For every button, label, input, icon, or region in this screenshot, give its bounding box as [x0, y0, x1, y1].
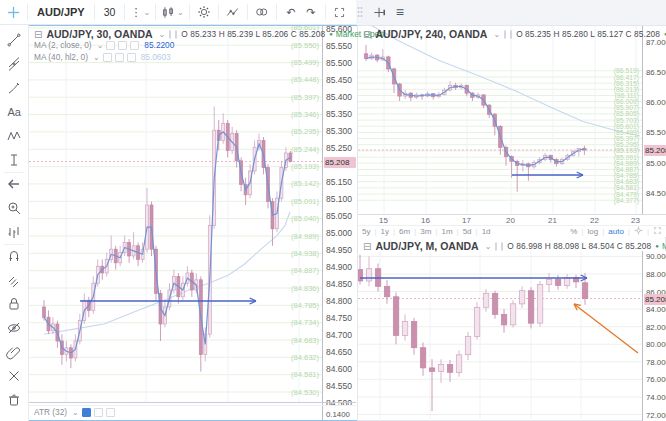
- redo-icon[interactable]: ↷: [302, 2, 320, 22]
- last-price-badge: 85.208: [644, 145, 666, 156]
- chart-panel-30m[interactable]: (85.601)(85.550)(85.499)(85.448)(85.397)…: [28, 25, 357, 421]
- remove-cross-icon[interactable]: [5, 367, 23, 385]
- interval-button[interactable]: 30: [100, 6, 120, 18]
- svg-text:(84.377): (84.377): [614, 197, 639, 205]
- bar-pattern-icon[interactable]: [5, 223, 23, 241]
- scale-mode-percent[interactable]: %: [566, 227, 581, 236]
- study-button[interactable]: [115, 53, 124, 62]
- scale-mode-auto[interactable]: auto: [604, 227, 628, 236]
- study-button[interactable]: [118, 41, 127, 50]
- study-button[interactable]: [103, 53, 112, 62]
- price-pane-30m[interactable]: (85.601)(85.550)(85.499)(85.448)(85.397)…: [29, 26, 322, 403]
- svg-text:(84.530): (84.530): [291, 388, 319, 397]
- text-icon[interactable]: Aa: [5, 103, 23, 121]
- range-button-5d[interactable]: 5d: [459, 227, 476, 236]
- paperclip-icon[interactable]: [5, 343, 23, 361]
- compare-icon[interactable]: [253, 2, 271, 22]
- collapse-icon[interactable]: ⊟: [34, 29, 42, 40]
- study-button[interactable]: [94, 408, 103, 417]
- arrow-mark-icon[interactable]: [5, 175, 23, 193]
- header-close-button[interactable]: [501, 242, 503, 251]
- price-tick: 85.050: [326, 211, 352, 221]
- collapse-icon[interactable]: ⊟: [363, 29, 371, 40]
- layout-target-icon[interactable]: [371, 2, 389, 22]
- toolbar-divider: [4, 172, 24, 173]
- symbol-button[interactable]: AUD/JPY: [33, 6, 89, 18]
- chart-style-icon[interactable]: ⌄: [161, 2, 184, 22]
- header-close-button[interactable]: [510, 30, 512, 39]
- chart-panel-240m[interactable]: (86.519)(86.417)(86.315)(86.213)(86.111)…: [357, 25, 666, 236]
- trash-icon[interactable]: [5, 391, 23, 409]
- svg-text:(85.142): (85.142): [291, 179, 319, 188]
- price-scale-30m[interactable]: 85.60085.55085.50085.45085.40085.35085.3…: [322, 26, 357, 420]
- brush-icon[interactable]: [5, 79, 23, 97]
- zoom-in-icon[interactable]: [5, 199, 23, 217]
- hide-drawings-icon[interactable]: [5, 319, 23, 337]
- range-button-1y[interactable]: 1y: [377, 227, 393, 236]
- magnet-icon[interactable]: [5, 247, 23, 265]
- range-button-5y[interactable]: 5y: [358, 227, 374, 236]
- chevron-down-icon[interactable]: ⌄: [485, 242, 492, 251]
- menu-icon[interactable]: ≡: [391, 2, 409, 22]
- study-button[interactable]: [106, 408, 115, 417]
- chart-panel-monthly[interactable]: ⊟ AUD/JPY, M, OANDA ⌄ O 86.998 H 88.098 …: [357, 236, 666, 421]
- price-tick: 85.000: [326, 228, 352, 238]
- price-scale-240m[interactable]: 87.00086.50086.00085.50085.00084.50085.2…: [642, 26, 666, 214]
- collapse-icon[interactable]: ⊟: [363, 241, 371, 252]
- range-button-1d[interactable]: 1d: [478, 227, 495, 236]
- axis-settings-gear-icon[interactable]: [630, 226, 647, 237]
- lock-all-icon[interactable]: [5, 295, 23, 313]
- chevron-down-icon[interactable]: ⌄: [72, 408, 79, 417]
- indicators-icon[interactable]: [224, 2, 242, 22]
- svg-text:(85.040): (85.040): [291, 214, 319, 223]
- chevron-down-icon[interactable]: ⌄: [493, 30, 500, 39]
- chevron-down-icon[interactable]: ⌄: [93, 53, 100, 62]
- price-tick: 90.000: [646, 252, 666, 261]
- price-scale-monthly[interactable]: 90.00088.00086.00084.00082.00080.00078.0…: [642, 251, 666, 421]
- study-button[interactable]: [106, 41, 115, 50]
- svg-text:(85.550): (85.550): [291, 41, 319, 50]
- price-pane-monthly[interactable]: [358, 251, 642, 421]
- price-tick: 85.500: [326, 58, 352, 68]
- price-tick: 85.250: [326, 143, 352, 153]
- header-eye-button[interactable]: [504, 30, 506, 39]
- chevron-down-icon[interactable]: ⌄: [97, 41, 104, 50]
- price-tick: 88.000: [646, 270, 666, 279]
- time-tick: 21: [548, 216, 557, 225]
- price-tick: 85.400: [326, 92, 352, 102]
- drawing-mode-icon[interactable]: [5, 271, 23, 289]
- range-button-1m[interactable]: 1m: [437, 227, 456, 236]
- study-row-ma2[interactable]: MA (2, close, 0) ⌄ 85.2200: [34, 40, 174, 50]
- drag-handle-icon[interactable]: [351, 2, 369, 22]
- crosshair-icon[interactable]: [4, 2, 22, 22]
- header-eye-button[interactable]: [495, 242, 497, 251]
- price-tick: 72.000: [646, 411, 666, 420]
- study-button[interactable]: [127, 53, 136, 62]
- price-tick: 84.850: [326, 279, 352, 289]
- scale-mode-log[interactable]: log: [584, 227, 603, 236]
- header-close-button[interactable]: [175, 30, 177, 39]
- study-button[interactable]: [130, 41, 139, 50]
- chart-title-monthly[interactable]: AUD/JPY, M, OANDA: [375, 240, 478, 252]
- fullscreen-icon[interactable]: [331, 2, 349, 22]
- pane-divider[interactable]: [29, 402, 356, 406]
- study-button[interactable]: [82, 408, 91, 417]
- study-row-ma40[interactable]: MA (40, hl2, 0) ⌄ 85.0603: [34, 52, 171, 62]
- gear-icon[interactable]: [195, 2, 213, 22]
- maximize-icon[interactable]: [649, 226, 666, 237]
- interval-menu-icon[interactable]: ⋮⌄: [130, 2, 150, 22]
- forecast-icon[interactable]: [5, 151, 23, 169]
- range-button-3m[interactable]: 3m: [416, 227, 435, 236]
- chart-title-30m[interactable]: AUD/JPY, 30, OANDA: [46, 28, 152, 40]
- undo-icon[interactable]: ↶: [282, 2, 300, 22]
- xabcd-pattern-icon[interactable]: [5, 127, 23, 145]
- fib-retracement-icon[interactable]: [5, 55, 23, 73]
- chevron-down-icon[interactable]: ⌄: [159, 30, 166, 39]
- price-pane-240m[interactable]: (86.519)(86.417)(86.315)(86.213)(86.111)…: [358, 26, 642, 214]
- chart-title-240m[interactable]: AUD/JPY, 240, OANDA: [375, 28, 487, 40]
- range-button-6m[interactable]: 6m: [395, 227, 414, 236]
- trend-line-icon[interactable]: [5, 31, 23, 49]
- header-eye-button[interactable]: [169, 30, 171, 39]
- study-row-atr[interactable]: ATR (32) ⌄: [34, 407, 115, 417]
- price-tick: 74.000: [646, 393, 666, 402]
